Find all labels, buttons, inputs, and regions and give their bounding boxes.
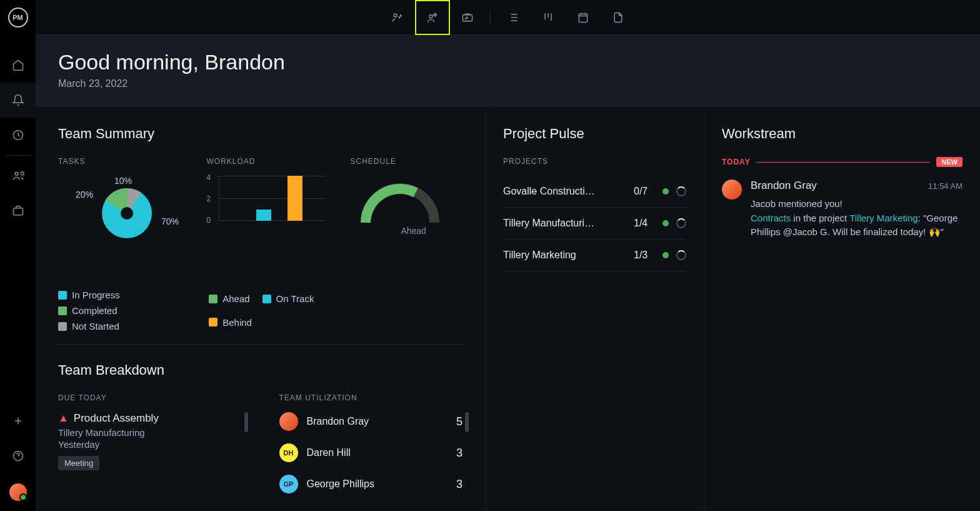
user-avatar[interactable] bbox=[9, 483, 27, 501]
topnav bbox=[36, 0, 980, 35]
pie-label-10: 10% bbox=[114, 176, 132, 186]
ws-link-project[interactable]: Tillery Marketing bbox=[849, 213, 918, 223]
topnav-portfolio[interactable] bbox=[450, 0, 485, 35]
sidebar-portfolio[interactable] bbox=[0, 193, 36, 228]
due-item[interactable]: ▲ Product Assembly Tillery Manufacturing… bbox=[58, 412, 242, 470]
legend-inprogress: In Progress bbox=[58, 290, 120, 300]
legend-behind: Behind bbox=[209, 313, 252, 332]
due-today-label: DUE TODAY bbox=[58, 393, 242, 402]
new-badge: NEW bbox=[936, 157, 962, 167]
workstream-title: Workstream bbox=[722, 126, 962, 142]
topnav-docs[interactable] bbox=[601, 0, 636, 35]
ws-message: Contracts in the project Tillery Marketi… bbox=[751, 211, 962, 240]
status-dot bbox=[662, 252, 669, 258]
workload-bar-chart: 4 2 0 bbox=[206, 176, 325, 232]
sidebar: PM bbox=[0, 0, 36, 511]
svg-rect-7 bbox=[579, 14, 587, 22]
project-row[interactable]: Govalle Constructi… 0/7 bbox=[503, 176, 686, 208]
page-header: Good morning, Brandon March 23, 2022 bbox=[36, 35, 980, 107]
sidebar-recent[interactable] bbox=[0, 118, 36, 153]
avatar bbox=[279, 412, 298, 431]
project-row[interactable]: Tillery Marketing 1/3 bbox=[503, 240, 686, 271]
due-item-title: Product Assembly bbox=[74, 412, 159, 425]
topnav-calendar[interactable] bbox=[566, 0, 601, 35]
header-date: March 23, 2022 bbox=[58, 78, 958, 89]
team-summary-title: Team Summary bbox=[58, 126, 462, 142]
team-util-label: TEAM UTILIZATION bbox=[279, 393, 463, 402]
project-name: Tillery Marketing bbox=[503, 250, 626, 261]
sidebar-home[interactable] bbox=[0, 48, 36, 83]
workload-label: WORKLOAD bbox=[206, 157, 325, 166]
svg-point-1 bbox=[15, 172, 18, 175]
warning-icon: ▲ bbox=[58, 412, 69, 425]
ws-link-contracts[interactable]: Contracts bbox=[751, 213, 791, 223]
pulse-subtitle: PROJECTS bbox=[503, 157, 686, 166]
sidebar-add[interactable] bbox=[0, 403, 36, 438]
topnav-board[interactable] bbox=[531, 0, 566, 35]
svg-point-9 bbox=[121, 207, 133, 220]
list-icon bbox=[507, 11, 519, 24]
avatar bbox=[722, 180, 742, 200]
calendar-icon bbox=[577, 11, 589, 24]
ws-time: 11:54 AM bbox=[928, 181, 962, 191]
logo[interactable]: PM bbox=[8, 8, 28, 28]
project-row[interactable]: Tillery Manufacturi… 1/4 bbox=[503, 208, 686, 240]
divider bbox=[6, 155, 31, 156]
scrollbar[interactable] bbox=[244, 412, 248, 432]
legend-ontrack: On Track bbox=[262, 290, 314, 308]
gauge-status: Ahead bbox=[401, 226, 426, 236]
project-name: Govalle Constructi… bbox=[503, 186, 626, 197]
users-icon bbox=[12, 169, 24, 182]
bar-ontrack bbox=[256, 210, 271, 221]
due-item-tag: Meeting bbox=[58, 456, 99, 470]
greeting: Good morning, Brandon bbox=[58, 50, 958, 74]
status-dot bbox=[662, 188, 669, 195]
bar-behind bbox=[288, 176, 302, 221]
legend-ahead: Ahead bbox=[209, 290, 249, 308]
help-icon bbox=[12, 450, 24, 462]
util-row[interactable]: GP George Phillips 3 bbox=[279, 475, 463, 493]
briefcase-icon bbox=[12, 205, 24, 217]
topnav-list[interactable] bbox=[496, 0, 531, 35]
avatar: GP bbox=[279, 475, 298, 493]
sidebar-help[interactable] bbox=[0, 438, 36, 473]
plus-icon bbox=[12, 415, 24, 427]
bar-ytick-2: 2 bbox=[206, 195, 211, 203]
util-row[interactable]: Brandon Gray 5 bbox=[279, 412, 463, 431]
status-dot bbox=[662, 220, 669, 226]
board-icon bbox=[542, 11, 554, 24]
svg-point-5 bbox=[429, 14, 432, 18]
bar-ytick-0: 0 bbox=[206, 216, 211, 225]
workstream-today-label: TODAY bbox=[722, 158, 751, 166]
sidebar-notifications[interactable] bbox=[0, 83, 36, 118]
team-sparkle-icon bbox=[426, 11, 439, 24]
ws-mention-line: Jacob mentioned you! bbox=[751, 197, 962, 211]
tasks-pie-chart: 10% 20% 70% bbox=[58, 176, 171, 263]
workstream-item[interactable]: Brandon Gray 11:54 AM Jacob mentioned yo… bbox=[722, 180, 962, 240]
tasks-label: TASKS bbox=[58, 157, 181, 166]
project-count: 1/4 bbox=[634, 218, 655, 229]
pie-label-20: 20% bbox=[76, 190, 93, 200]
util-name: Brandon Gray bbox=[307, 416, 448, 427]
due-item-project: Tillery Manufacturing bbox=[58, 427, 242, 438]
team-breakdown-title: Team Breakdown bbox=[58, 362, 462, 378]
util-row[interactable]: DH Daren Hill 3 bbox=[279, 443, 463, 462]
scrollbar[interactable] bbox=[465, 412, 469, 432]
pulse-title: Project Pulse bbox=[503, 126, 686, 142]
sidebar-team[interactable] bbox=[0, 158, 36, 193]
briefcase-pulse-icon bbox=[461, 11, 474, 24]
bar-ytick-4: 4 bbox=[206, 173, 211, 182]
spinner-icon bbox=[676, 250, 686, 260]
svg-point-4 bbox=[394, 14, 397, 17]
bell-icon bbox=[12, 94, 24, 106]
schedule-label: SCHEDULE bbox=[350, 157, 462, 166]
document-icon bbox=[612, 11, 624, 24]
topnav-personal[interactable] bbox=[380, 0, 415, 35]
util-name: Daren Hill bbox=[307, 447, 448, 458]
person-pulse-icon bbox=[391, 11, 404, 24]
divider bbox=[490, 10, 491, 25]
topnav-team[interactable] bbox=[415, 0, 450, 35]
avatar: DH bbox=[279, 443, 298, 462]
project-count: 1/3 bbox=[634, 250, 655, 261]
legend-notstarted: Not Started bbox=[58, 321, 119, 331]
